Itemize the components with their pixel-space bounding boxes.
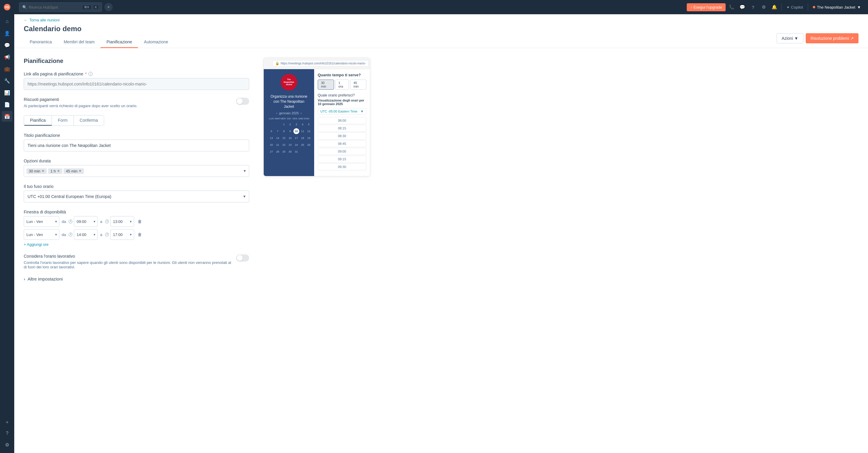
remove-30min-button[interactable]: ✕ xyxy=(41,169,44,173)
settings-icon-btn[interactable]: ⚙ xyxy=(759,2,768,12)
troubleshoot-button[interactable]: Risoluzione problemi ↗ xyxy=(806,33,859,43)
next-month-arrow[interactable]: › xyxy=(301,111,302,115)
calendar-day[interactable]: 27 xyxy=(269,149,274,155)
time-slot[interactable]: 08:45 xyxy=(318,140,366,147)
sidebar-item-reports[interactable]: 📊 xyxy=(2,87,12,98)
calendar-day[interactable]: 22 xyxy=(281,142,287,148)
title-input[interactable] xyxy=(24,140,249,151)
info-icon[interactable]: i xyxy=(88,72,93,76)
calendar-day[interactable]: 5 xyxy=(306,121,312,128)
other-settings-row[interactable]: › Altre impostazioni xyxy=(24,276,249,281)
calendar-day[interactable]: 13 xyxy=(269,135,274,141)
sidebar-item-calendar[interactable]: 📅 xyxy=(2,111,12,122)
sidebar-item-content[interactable]: 📄 xyxy=(2,99,12,110)
new-item-button[interactable]: + xyxy=(104,3,113,11)
tab-panoramica[interactable]: Panoramica xyxy=(24,36,58,48)
calendar-day[interactable]: 23 xyxy=(287,142,293,148)
avail-to-time-select-1[interactable]: 13:00 xyxy=(111,216,134,227)
sidebar-item-settings-bottom[interactable]: ⚙ xyxy=(2,440,12,450)
upgrade-button[interactable]: ↑ Esegui l'upgrade xyxy=(687,3,725,11)
avail-days-select-1[interactable]: Lun - Ven xyxy=(24,216,59,227)
sidebar-item-home[interactable]: ⌂ xyxy=(2,16,12,27)
help-icon-btn[interactable]: ? xyxy=(748,2,757,12)
work-hours-toggle[interactable] xyxy=(236,254,249,261)
sidebar-item-service[interactable]: 🔧 xyxy=(2,76,12,86)
calendar-day[interactable]: 24 xyxy=(293,142,299,148)
calendar-day[interactable]: 15 xyxy=(281,135,287,141)
time-option-45min[interactable]: 45 min xyxy=(350,80,366,90)
hubspot-logo[interactable]: HS xyxy=(2,2,12,12)
calendar-day[interactable]: 25 xyxy=(300,142,306,148)
phone-icon-btn[interactable]: 📞 xyxy=(727,2,736,12)
time-slot[interactable]: 08:15 xyxy=(318,125,366,132)
search-bar[interactable]: 🔍 ⌘K K xyxy=(19,2,102,12)
timezone-selector[interactable]: UTC -05:00 Eastern Time ▼ xyxy=(318,108,366,115)
sidebar-item-contacts[interactable]: 👤 xyxy=(2,28,12,38)
delete-avail-row-1[interactable]: 🗑 xyxy=(136,218,143,225)
calendar-day[interactable]: 21 xyxy=(275,142,281,148)
prev-month-arrow[interactable]: ‹ xyxy=(276,111,277,115)
tab-automazione[interactable]: Automazione xyxy=(138,36,174,48)
sub-tab-form[interactable]: Form xyxy=(52,115,74,125)
sidebar-item-add[interactable]: ＋ xyxy=(2,417,12,427)
sub-tab-pianifica[interactable]: Pianifica xyxy=(24,115,52,125)
calendar-day[interactable]: 26 xyxy=(306,142,312,148)
time-slot[interactable]: 08:00 xyxy=(318,117,366,124)
calendar-day[interactable]: 8 xyxy=(281,128,287,134)
delete-avail-row-2[interactable]: 🗑 xyxy=(136,231,143,238)
user-badge[interactable]: The Neapolitan Jacket ▼ xyxy=(810,4,863,11)
time-option-1h[interactable]: 1 ora xyxy=(335,80,349,90)
calendar-day[interactable]: 19 xyxy=(306,135,312,141)
remove-45min-button[interactable]: ✕ xyxy=(79,169,82,173)
chat-icon-btn[interactable]: 💬 xyxy=(738,2,747,12)
calendar-day[interactable]: 30 xyxy=(287,149,293,155)
calendar-day[interactable]: 7 xyxy=(275,128,281,134)
sidebar-item-help[interactable]: ? xyxy=(2,428,12,439)
time-slot[interactable]: 09:00 xyxy=(318,148,366,155)
remove-1h-button[interactable]: ✕ xyxy=(57,169,60,173)
calendar-day[interactable]: 6 xyxy=(269,128,274,134)
avail-from-time-select-1[interactable]: 09:00 xyxy=(74,216,98,227)
calendar-day[interactable]: 4 xyxy=(300,121,306,128)
tab-pianificazione[interactable]: Pianificazione xyxy=(100,36,138,48)
add-hours-button[interactable]: + Aggiungi ore xyxy=(24,242,249,247)
calendar-day[interactable]: 12 xyxy=(306,128,312,134)
calendar-day[interactable]: 16 xyxy=(287,135,293,141)
avail-to-time-select-2[interactable]: 17:00 xyxy=(111,229,134,240)
link-input[interactable] xyxy=(24,78,249,90)
payment-label: Riscuoti pagamenti xyxy=(24,97,232,102)
calendar-day[interactable]: 10 xyxy=(293,128,299,134)
sidebar-item-chat[interactable]: 💬 xyxy=(2,40,12,51)
payment-toggle[interactable] xyxy=(236,98,249,105)
company-logo: The Neapolitan Jacket xyxy=(281,74,297,90)
calendar-day[interactable]: 29 xyxy=(281,149,287,155)
breadcrumb[interactable]: ← Torna alle riunioni xyxy=(24,18,859,22)
time-slot[interactable]: 09:15 xyxy=(318,155,366,163)
calendar-day[interactable]: 20 xyxy=(269,142,274,148)
time-option-30min[interactable]: 30 min xyxy=(318,80,334,90)
avail-days-select-2[interactable]: Lun - Ven xyxy=(24,229,59,240)
time-slot[interactable]: 08:30 xyxy=(318,133,366,140)
calendar-day[interactable]: 11 xyxy=(300,128,306,134)
calendar-day[interactable]: 14 xyxy=(275,135,281,141)
sub-tab-conferma[interactable]: Conferma xyxy=(74,115,104,125)
avail-from-time-select-2[interactable]: 14:00 xyxy=(74,229,98,240)
sidebar-item-sales[interactable]: 💼 xyxy=(2,63,12,74)
timezone-select[interactable]: UTC +01:00 Central European Time (Europa… xyxy=(24,191,249,202)
calendar-day[interactable]: 28 xyxy=(275,149,281,155)
calendar-day[interactable]: 31 xyxy=(293,149,299,155)
copilot-button[interactable]: ✦ Copilot xyxy=(784,4,805,11)
duration-dropdown-arrow[interactable]: ▼ xyxy=(243,169,247,173)
sidebar-item-marketing[interactable]: 📢 xyxy=(2,52,12,62)
calendar-day[interactable]: 9 xyxy=(287,128,293,134)
calendar-day[interactable]: 17 xyxy=(293,135,299,141)
time-slot[interactable]: 09:30 xyxy=(318,163,366,170)
calendar-day[interactable]: 3 xyxy=(293,121,299,128)
search-input[interactable] xyxy=(29,5,81,9)
calendar-day[interactable]: 1 xyxy=(281,121,287,128)
actions-button[interactable]: Azioni ▼ xyxy=(777,33,803,43)
calendar-day[interactable]: 2 xyxy=(287,121,293,128)
notifications-icon-btn[interactable]: 🔔 xyxy=(770,2,779,12)
tab-membri[interactable]: Membri del team xyxy=(58,36,100,48)
calendar-day[interactable]: 18 xyxy=(300,135,306,141)
